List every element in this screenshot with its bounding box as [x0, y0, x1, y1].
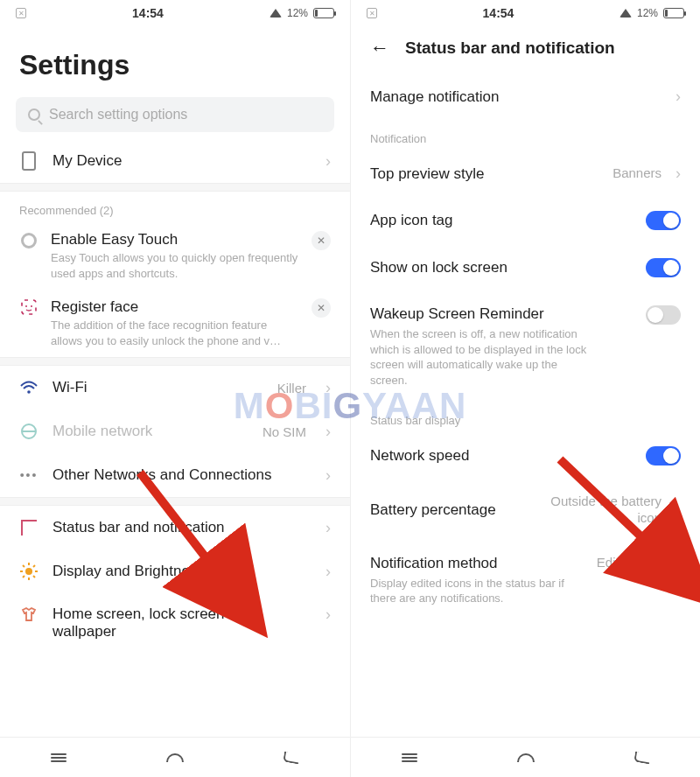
row-label: Other Networks and Connections: [52, 466, 306, 484]
search-placeholder: Search setting options: [49, 107, 187, 122]
page-title: Status bar and notification: [405, 38, 615, 58]
row-label: Show on lock screen: [370, 259, 635, 276]
row-label: Mobile network: [52, 423, 248, 440]
clock: 14:54: [483, 6, 514, 20]
chevron-right-icon: ›: [326, 606, 331, 624]
rec-title: Enable Easy Touch: [51, 231, 299, 248]
theme-icon: [19, 606, 38, 625]
svg-point-3: [27, 390, 31, 394]
battery-icon: [663, 8, 684, 18]
section-notification: Notification: [351, 120, 700, 150]
row-notification-method[interactable]: Notification method Display edited icons…: [351, 541, 700, 620]
row-label: Wi-Fi: [52, 379, 263, 396]
chevron-right-icon: ›: [676, 555, 681, 573]
status-bar: ✕ 14:54 12%: [351, 0, 700, 26]
battery-icon: [313, 8, 334, 18]
section-status-bar: Status bar display: [351, 402, 700, 432]
rec-desc: Easy Touch allows you to quickly open fr…: [51, 250, 299, 281]
svg-rect-0: [22, 300, 36, 314]
back-arrow-icon[interactable]: ←: [370, 38, 389, 58]
toggle-wakeup-reminder[interactable]: [646, 305, 681, 325]
recommended-header: Recommended (2): [0, 192, 350, 222]
row-my-device[interactable]: My Device ›: [0, 139, 350, 183]
recent-apps-button[interactable]: [41, 746, 76, 770]
row-label: Wakeup Screen Reminder: [370, 305, 635, 323]
row-battery-percentage[interactable]: Battery percentage Outside the battery i…: [351, 480, 700, 541]
row-desc: Display edited icons in the status bar i…: [370, 576, 586, 606]
row-app-icon-tag: App icon tag: [351, 197, 700, 244]
row-wakeup-reminder: Wakeup Screen Reminder When the screen i…: [351, 291, 700, 402]
row-home-screen[interactable]: Home screen, lock screen and wallpaper ›: [0, 593, 350, 653]
battery-percentage: 12%: [287, 7, 308, 19]
divider: [0, 497, 350, 506]
chevron-right-icon: ›: [326, 563, 331, 581]
row-top-preview-style[interactable]: Top preview style Banners ›: [351, 150, 700, 197]
row-value: No SIM: [262, 424, 306, 439]
toggle-show-lock-screen[interactable]: [646, 258, 681, 277]
dismiss-button[interactable]: ✕: [312, 231, 331, 250]
chevron-right-icon: ›: [326, 152, 331, 171]
status-bar: ✕ 14:54 12%: [0, 0, 350, 26]
nav-bar: [0, 737, 350, 777]
home-button[interactable]: [158, 746, 192, 770]
easy-touch-icon: [21, 233, 37, 248]
row-label: Top preview style: [370, 165, 602, 183]
row-value: Killer: [277, 381, 306, 396]
search-input[interactable]: Search setting options: [16, 97, 334, 132]
more-icon: •••: [19, 466, 38, 485]
battery-percentage: 12%: [637, 7, 658, 19]
svg-point-4: [25, 568, 32, 575]
home-button[interactable]: [508, 746, 543, 770]
svg-line-12: [23, 576, 24, 578]
chevron-right-icon: ›: [326, 379, 331, 397]
globe-icon: [21, 424, 37, 439]
back-button[interactable]: [625, 746, 660, 770]
row-label: Display and Brightness: [52, 563, 306, 580]
row-label: Home screen, lock screen and wallpaper: [52, 606, 306, 640]
row-label: Battery percentage: [370, 501, 528, 519]
recommendation-easy-touch[interactable]: Enable Easy Touch Easy Touch allows you …: [0, 222, 350, 290]
row-label: Manage notification: [370, 88, 662, 106]
svg-line-9: [23, 565, 24, 567]
rec-title: Register face: [51, 298, 299, 316]
row-label: App icon tag: [370, 212, 635, 229]
row-value: Outside the battery icon: [539, 494, 662, 527]
svg-line-10: [33, 576, 35, 578]
row-display-brightness[interactable]: Display and Brightness ›: [0, 550, 350, 593]
row-manage-notification[interactable]: Manage notification ›: [351, 74, 700, 120]
status-bar-icon: [21, 520, 37, 536]
svg-line-11: [33, 565, 35, 567]
recommendation-register-face[interactable]: Register face The addition of the face r…: [0, 290, 350, 357]
recent-apps-button[interactable]: [392, 746, 427, 770]
toggle-app-icon-tag[interactable]: [646, 211, 681, 230]
row-other-networks[interactable]: ••• Other Networks and Connections ›: [0, 453, 350, 497]
wifi-icon: [270, 9, 282, 18]
chevron-right-icon: ›: [326, 519, 331, 537]
screen-status-bar-notification: ✕ 14:54 12% ← Status bar and notificatio…: [350, 0, 700, 777]
wifi-icon: [19, 378, 38, 397]
row-value: Banners: [612, 165, 662, 182]
row-label: Status bar and notification: [52, 519, 306, 536]
divider: [0, 357, 350, 366]
row-desc: When the screen is off, a new notificati…: [370, 326, 598, 388]
toggle-network-speed[interactable]: [646, 446, 681, 466]
page-title: Settings: [0, 26, 350, 94]
row-show-on-lock-screen: Show on lock screen: [351, 244, 700, 291]
dismiss-button[interactable]: ✕: [312, 298, 331, 318]
clock: 14:54: [132, 6, 164, 20]
device-icon: [22, 151, 36, 171]
row-wifi[interactable]: Wi-Fi Killer ›: [0, 366, 350, 410]
brightness-icon: [19, 562, 38, 581]
row-mobile-network[interactable]: Mobile network No SIM ›: [0, 410, 350, 453]
row-label: My Device: [52, 152, 306, 170]
face-icon: [19, 298, 38, 316]
chevron-right-icon: ›: [676, 88, 681, 106]
sim-off-icon: ✕: [367, 8, 377, 18]
screen-settings: ✕ 14:54 12% Settings Search setting opti…: [0, 0, 350, 777]
back-button[interactable]: [274, 746, 309, 770]
chevron-right-icon: ›: [676, 164, 681, 183]
wifi-icon: [620, 9, 632, 18]
nav-bar: [351, 737, 700, 777]
row-status-bar-notification[interactable]: Status bar and notification ›: [0, 506, 350, 550]
sim-off-icon: ✕: [16, 8, 26, 18]
